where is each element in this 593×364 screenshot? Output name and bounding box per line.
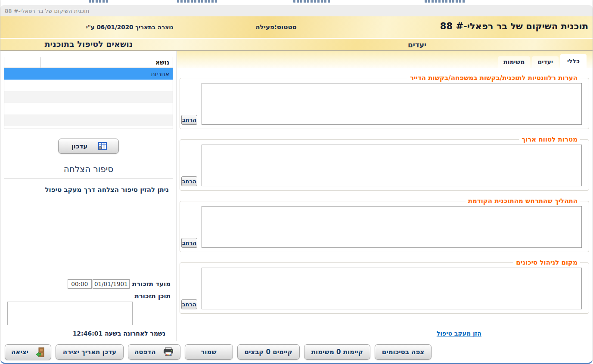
- section-long-term-goals: מטרות לטווח ארוך הרחב: [180, 136, 589, 191]
- table-row-empty: [4, 91, 173, 103]
- tab-tasks[interactable]: משימות: [498, 56, 530, 68]
- general-tab-content: הערות רלוונטיות לתוכנית/בקשות במשפחה/בקש…: [177, 68, 593, 327]
- success-story-title: סיפור הצלחה: [4, 164, 173, 179]
- section-legend: הערות רלוונטיות לתוכנית/בקשות במשפחה/בקש…: [407, 74, 580, 82]
- update-creation-date-button[interactable]: עדכן תאריך יצירה: [56, 344, 124, 360]
- clipped-nav-fragment: [177, 0, 218, 3]
- content-row: כללי יעדים משימות הערות רלוונטיות לתוכני…: [0, 51, 593, 341]
- panel-titles-band: יעדים נושאים לטיפול בתוכנית: [0, 39, 593, 51]
- table-row-empty: [4, 80, 173, 91]
- tab-goals[interactable]: יעדים: [532, 56, 559, 68]
- tab-general[interactable]: כללי: [560, 54, 587, 68]
- relevant-notes-textarea[interactable]: [202, 83, 582, 125]
- table-row-empty: [4, 103, 173, 114]
- clipped-top-nav: [0, 0, 593, 5]
- reminder-content-label: תוכן תזכורת: [135, 292, 171, 300]
- clipped-nav-fragment: [425, 0, 466, 3]
- update-button[interactable]: עדכון: [58, 139, 119, 154]
- existing-tasks-button[interactable]: קיימות 0 משימות: [304, 344, 370, 360]
- section-risk-management: מקום לניהול סיכונים הרחב: [180, 259, 589, 314]
- view-summaries-button[interactable]: צפה בסיכומים: [375, 344, 432, 360]
- printer-icon: [163, 347, 174, 357]
- expand-button[interactable]: הרחב: [181, 299, 197, 309]
- subjects-table: נושא אחריות: [4, 57, 173, 129]
- last-saved-text: נשמר לאחרונה בשעה 12:46:01: [4, 325, 173, 337]
- window-tab-title: תוכנית השיקום של בר רפאלי-# 88: [5, 8, 89, 14]
- followup-link-row: הזן מעקב טיפול: [177, 327, 593, 341]
- table-row-selected[interactable]: אחריות: [4, 68, 173, 80]
- existing-files-button[interactable]: קיימים 0 קבצים: [237, 344, 300, 360]
- expand-button[interactable]: הרחב: [181, 176, 197, 186]
- print-button[interactable]: הדפסה: [128, 344, 180, 360]
- print-button-label: הדפסה: [134, 348, 156, 356]
- subjects-panel: נושא אחריות: [0, 51, 177, 341]
- footer-toolbar: צפה בסיכומים קיימות 0 משימות קיימים 0 קב…: [0, 341, 593, 363]
- section-relevant-notes: הערות רלוונטיות לתוכנית/בקשות במשפחה/בקש…: [180, 74, 589, 129]
- page-title: תוכנית השיקום של בר רפאלי-# 88: [440, 21, 588, 31]
- success-story-note: ניתן להזין סיפור הצלחה דרך מעקב טיפול: [4, 179, 173, 201]
- tabs-bar: כללי יעדים משימות: [177, 51, 593, 68]
- status-text: סטטוס:פעילה: [255, 23, 297, 31]
- exit-door-icon: [35, 347, 45, 357]
- risk-management-textarea[interactable]: [202, 268, 582, 309]
- section-legend: מקום לניהול סיכונים: [513, 259, 580, 266]
- exit-button[interactable]: יציאה: [5, 344, 51, 360]
- header-band: תוכנית השיקום של בר רפאלי-# 88 סטטוס:פעי…: [0, 16, 593, 39]
- enter-followup-link[interactable]: הזן מעקב טיפול: [437, 330, 481, 337]
- table-row-empty: [4, 114, 173, 126]
- previous-plan-process-textarea[interactable]: [202, 206, 582, 248]
- reminder-date-label: מועד תזכורת: [132, 280, 171, 288]
- subject-column-header: נושא: [40, 57, 173, 68]
- reminder-time-input[interactable]: [68, 279, 92, 289]
- rehab-plan-window: תוכנית השיקום של בר רפאלי-# 88 תוכנית הש…: [0, 0, 593, 364]
- subjects-table-header: נושא: [4, 57, 173, 68]
- goals-panel-title: יעדים: [177, 39, 593, 50]
- actions-column-header: [4, 57, 40, 68]
- reminder-content-textarea[interactable]: [7, 302, 133, 325]
- goals-panel: כללי יעדים משימות הערות רלוונטיות לתוכני…: [177, 51, 593, 341]
- long-term-goals-textarea[interactable]: [202, 145, 582, 186]
- expand-button[interactable]: הרחב: [181, 115, 197, 125]
- clipped-nav-fragment: [293, 0, 330, 3]
- expand-button[interactable]: הרחב: [181, 238, 197, 248]
- subjects-panel-title: נושאים לטיפול בתוכנית: [0, 39, 177, 50]
- clipped-nav-fragment: [89, 0, 109, 3]
- reminder-section: מועד תזכורת תוכן תזכורת נשמר לאחרונה בשע…: [4, 279, 173, 337]
- created-date-text: נוצרה בתאריך 06/01/2020 ע"י: [61, 24, 174, 31]
- exit-button-label: יציאה: [11, 348, 28, 356]
- table-gear-icon: [98, 142, 107, 150]
- section-previous-plan-process: התהליך שהתרחש מהתוכנית הקודמת הרחב: [180, 197, 589, 252]
- section-legend: התהליך שהתרחש מהתוכנית הקודמת: [466, 197, 580, 205]
- reminder-date-input[interactable]: [93, 279, 130, 289]
- save-button[interactable]: שמור: [185, 344, 233, 360]
- update-button-label: עדכון: [71, 142, 88, 150]
- window-tab-strip: תוכנית השיקום של בר רפאלי-# 88: [0, 5, 593, 16]
- section-legend: מטרות לטווח ארוך: [519, 136, 580, 143]
